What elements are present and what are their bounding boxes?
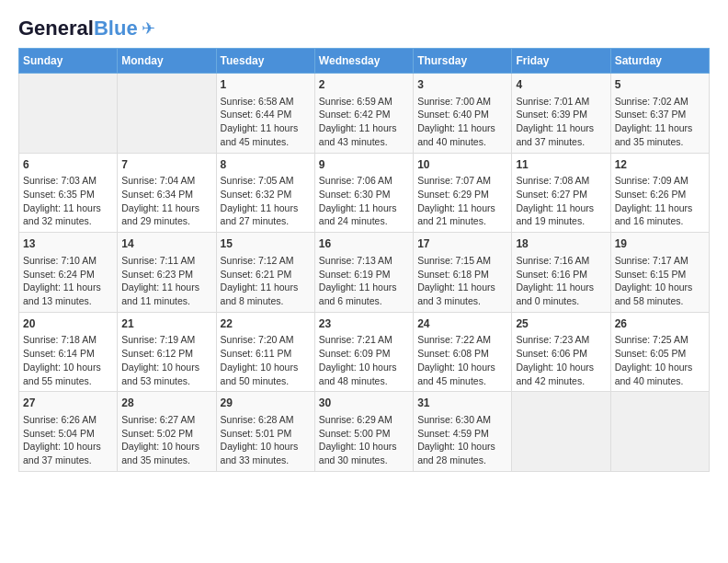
day-info: Daylight: 10 hours and 28 minutes. [417, 440, 507, 466]
calendar-cell: 12Sunrise: 7:09 AMSunset: 6:26 PMDayligh… [610, 153, 709, 233]
day-number: 1 [221, 77, 311, 93]
day-info: Sunrise: 6:58 AM [221, 95, 311, 109]
day-number: 28 [121, 396, 211, 411]
day-number: 31 [417, 396, 507, 411]
day-info: Daylight: 10 hours and 50 minutes. [221, 361, 311, 387]
day-info: Sunset: 6:42 PM [319, 108, 409, 121]
day-info: Sunset: 6:19 PM [319, 268, 409, 282]
day-info: Sunrise: 7:07 AM [417, 174, 507, 188]
day-info: Sunset: 6:35 PM [23, 188, 113, 201]
day-info: Sunrise: 7:02 AM [615, 95, 705, 109]
calendar-cell: 31Sunrise: 6:30 AMSunset: 4:59 PMDayligh… [414, 392, 512, 472]
calendar-cell [19, 74, 118, 154]
header-day-friday: Friday [512, 49, 610, 74]
day-info: Sunrise: 6:29 AM [319, 413, 409, 427]
day-number: 30 [319, 396, 409, 411]
day-info: Daylight: 10 hours and 42 minutes. [516, 361, 606, 387]
day-info: Sunrise: 7:12 AM [221, 254, 311, 268]
calendar-cell: 10Sunrise: 7:07 AMSunset: 6:29 PMDayligh… [414, 153, 512, 233]
day-info: Sunrise: 7:22 AM [417, 333, 507, 347]
day-number: 26 [615, 316, 705, 332]
calendar-cell: 17Sunrise: 7:15 AMSunset: 6:18 PMDayligh… [414, 233, 512, 313]
day-info: Sunset: 6:29 PM [417, 188, 507, 201]
day-info: Daylight: 11 hours and 13 minutes. [23, 281, 113, 307]
day-info: Daylight: 11 hours and 40 minutes. [417, 121, 507, 148]
header-day-thursday: Thursday [414, 49, 512, 74]
day-info: Sunrise: 7:01 AM [516, 95, 606, 109]
calendar-cell: 29Sunrise: 6:28 AMSunset: 5:01 PMDayligh… [216, 392, 314, 472]
day-number: 2 [319, 77, 409, 93]
calendar-cell: 6Sunrise: 7:03 AMSunset: 6:35 PMDaylight… [19, 153, 118, 233]
calendar-week-row: 13Sunrise: 7:10 AMSunset: 6:24 PMDayligh… [19, 233, 710, 313]
day-info: Sunset: 6:12 PM [121, 347, 211, 361]
calendar-cell: 11Sunrise: 7:08 AMSunset: 6:27 PMDayligh… [512, 153, 610, 233]
logo: GeneralBlue ✈ [18, 18, 155, 39]
calendar-cell: 5Sunrise: 7:02 AMSunset: 6:37 PMDaylight… [610, 74, 709, 154]
calendar-cell: 2Sunrise: 6:59 AMSunset: 6:42 PMDaylight… [314, 74, 413, 154]
day-info: Sunrise: 7:21 AM [319, 333, 409, 347]
calendar-cell: 22Sunrise: 7:20 AMSunset: 6:11 PMDayligh… [216, 312, 314, 392]
calendar-header-row: SundayMondayTuesdayWednesdayThursdayFrid… [19, 49, 710, 74]
calendar-cell: 20Sunrise: 7:18 AMSunset: 6:14 PMDayligh… [19, 312, 118, 392]
day-info: Sunset: 6:44 PM [221, 108, 311, 121]
day-info: Daylight: 11 hours and 21 minutes. [417, 201, 507, 228]
day-info: Daylight: 11 hours and 27 minutes. [221, 201, 311, 228]
day-number: 14 [121, 236, 211, 252]
logo-icon: ✈ [142, 18, 155, 39]
day-number: 12 [615, 157, 705, 173]
calendar-cell: 26Sunrise: 7:25 AMSunset: 6:05 PMDayligh… [610, 312, 709, 392]
day-info: Sunset: 6:32 PM [221, 188, 311, 201]
day-info: Daylight: 10 hours and 45 minutes. [417, 361, 507, 387]
day-info: Sunset: 5:01 PM [221, 427, 311, 441]
header-day-sunday: Sunday [19, 49, 118, 74]
calendar-cell: 9Sunrise: 7:06 AMSunset: 6:30 PMDaylight… [314, 153, 413, 233]
calendar-cell [512, 392, 610, 472]
day-info: Daylight: 11 hours and 32 minutes. [23, 201, 113, 228]
calendar-cell: 25Sunrise: 7:23 AMSunset: 6:06 PMDayligh… [512, 312, 610, 392]
day-info: Sunrise: 6:26 AM [23, 413, 113, 427]
day-number: 25 [516, 316, 606, 332]
calendar-cell: 21Sunrise: 7:19 AMSunset: 6:12 PMDayligh… [118, 312, 216, 392]
calendar-cell [118, 74, 216, 154]
day-info: Sunrise: 7:00 AM [417, 95, 507, 109]
day-number: 22 [221, 316, 311, 332]
calendar-cell: 18Sunrise: 7:16 AMSunset: 6:16 PMDayligh… [512, 233, 610, 313]
day-info: Daylight: 11 hours and 45 minutes. [221, 121, 311, 148]
day-info: Daylight: 11 hours and 19 minutes. [516, 201, 606, 228]
day-info: Sunrise: 7:18 AM [23, 333, 113, 347]
day-info: Sunset: 6:05 PM [615, 347, 705, 361]
day-info: Daylight: 11 hours and 8 minutes. [221, 281, 311, 307]
calendar-cell: 4Sunrise: 7:01 AMSunset: 6:39 PMDaylight… [512, 74, 610, 154]
day-number: 13 [23, 236, 113, 252]
day-info: Sunrise: 7:19 AM [121, 333, 211, 347]
header-day-wednesday: Wednesday [314, 49, 413, 74]
day-info: Sunset: 6:26 PM [615, 188, 705, 201]
calendar-cell [610, 392, 709, 472]
day-info: Daylight: 11 hours and 29 minutes. [121, 201, 211, 228]
day-info: Sunset: 6:23 PM [121, 268, 211, 282]
day-info: Sunset: 6:24 PM [23, 268, 113, 282]
day-info: Sunrise: 6:28 AM [221, 413, 311, 427]
day-info: Sunrise: 7:25 AM [615, 333, 705, 347]
day-info: Sunrise: 6:27 AM [121, 413, 211, 427]
day-info: Sunrise: 7:05 AM [221, 174, 311, 188]
day-info: Daylight: 10 hours and 48 minutes. [319, 361, 409, 387]
day-info: Sunrise: 7:10 AM [23, 254, 113, 268]
day-info: Sunset: 6:11 PM [221, 347, 311, 361]
calendar-cell: 7Sunrise: 7:04 AMSunset: 6:34 PMDaylight… [118, 153, 216, 233]
day-info: Sunset: 6:30 PM [319, 188, 409, 201]
day-info: Sunset: 6:37 PM [615, 108, 705, 121]
day-info: Sunrise: 6:30 AM [417, 413, 507, 427]
day-number: 9 [319, 157, 409, 173]
day-number: 20 [23, 316, 113, 332]
day-info: Daylight: 11 hours and 11 minutes. [121, 281, 211, 307]
day-info: Daylight: 11 hours and 6 minutes. [319, 281, 409, 307]
day-info: Sunrise: 7:09 AM [615, 174, 705, 188]
calendar-week-row: 6Sunrise: 7:03 AMSunset: 6:35 PMDaylight… [19, 153, 710, 233]
day-info: Daylight: 11 hours and 16 minutes. [615, 201, 705, 228]
day-info: Sunset: 6:08 PM [417, 347, 507, 361]
day-number: 15 [221, 236, 311, 252]
day-info: Sunset: 5:02 PM [121, 427, 211, 441]
day-info: Sunrise: 7:03 AM [23, 174, 113, 188]
day-info: Sunset: 6:16 PM [516, 268, 606, 282]
